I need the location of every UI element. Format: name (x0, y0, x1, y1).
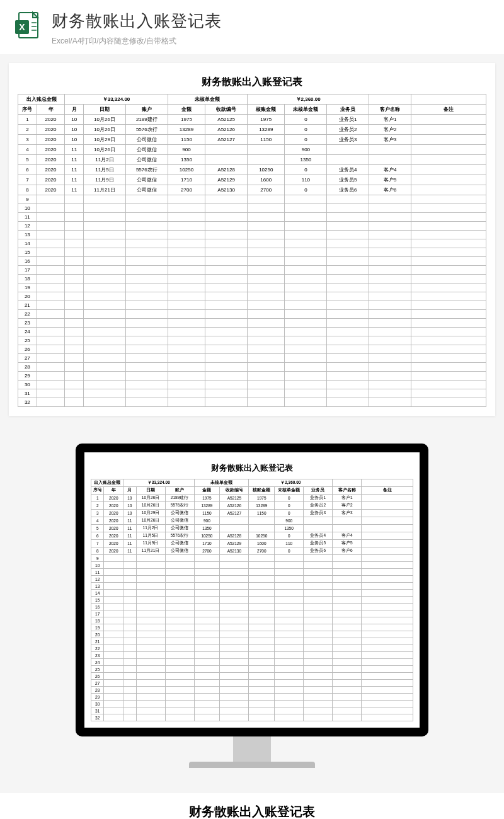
table-row-empty: 24 (91, 659, 413, 666)
cell-seq: 28 (18, 363, 37, 372)
page-title: 财务散账出入账登记表 (52, 10, 222, 32)
cell-cust (333, 525, 362, 532)
table-row-empty: 16 (18, 257, 486, 266)
table-row-empty: 15 (18, 248, 486, 257)
cell-vamt: 1600 (249, 540, 275, 547)
table-row-empty: 13 (91, 583, 413, 590)
cell-sales: 业务员1 (304, 495, 333, 502)
cell-acct: 公司微信 (125, 175, 168, 185)
cell-seq: 32 (91, 714, 104, 721)
cell-seq: 2 (18, 125, 37, 135)
cell-vamt (248, 155, 285, 165)
cell-date: 11月9日 (84, 175, 126, 185)
cell-code: A52128 (205, 165, 248, 175)
column-header: 序号 (18, 105, 37, 115)
cell-note (411, 185, 486, 195)
cell-seq: 1 (18, 115, 37, 125)
cell-year: 2020 (104, 547, 123, 555)
cell-seq: 21 (18, 301, 37, 310)
cell-amt: 1150 (168, 135, 205, 145)
table-row-empty: 21 (18, 301, 486, 310)
cell-acct: 公司微信 (165, 510, 194, 517)
cell-acct: 5576农行 (125, 125, 168, 135)
sheet-title: 财务散账出入账登记表 (18, 72, 486, 94)
column-header: 金额 (168, 105, 205, 115)
cell-month: 11 (123, 532, 136, 540)
cell-seq: 7 (91, 540, 104, 547)
cell-vamt: 1600 (248, 175, 285, 185)
cell-sales: 业务员6 (304, 547, 333, 555)
cell-year: 2020 (104, 525, 123, 532)
cell-seq: 11 (18, 213, 37, 222)
cell-seq: 5 (91, 525, 104, 532)
table-row: 220201010月26日5576农行13289A52126132890业务员2… (18, 125, 486, 135)
table-row-empty: 26 (18, 345, 486, 354)
cell-date: 10月26日 (136, 495, 165, 502)
cell-uamt: 0 (285, 115, 327, 125)
cell-seq: 3 (18, 135, 37, 145)
header-text-block: 财务散账出入账登记表 Excel/A4打印/内容随意修改/自带格式 (52, 10, 222, 47)
table-row-empty: 16 (91, 604, 413, 610)
cell-seq: 9 (18, 195, 37, 204)
cell-sales (304, 525, 333, 532)
table-row-empty: 19 (18, 284, 486, 292)
cell-note (411, 115, 486, 125)
table-row-empty: 29 (91, 694, 413, 701)
cell-note (362, 547, 413, 555)
summary-unverified-label: 未核单金额 (194, 479, 249, 487)
cell-cust: 客户2 (333, 502, 362, 510)
cell-acct: 公司微信 (125, 185, 168, 195)
cell-year: 2020 (37, 165, 65, 175)
table-row: 720201111月9日公司微信1710A521291600110业务员5客户5 (91, 540, 413, 547)
table-row-empty: 28 (18, 363, 486, 372)
cell-cust: 客户4 (333, 532, 362, 540)
cell-sales: 业务员2 (304, 502, 333, 510)
cell-date: 11月2日 (136, 525, 165, 532)
cell-code: A52130 (220, 547, 249, 555)
monitor-stand-neck (233, 736, 271, 762)
sheet-title-bottom: 财务散账出入账登记表 (9, 799, 495, 819)
cell-seq: 12 (91, 576, 104, 583)
cell-sales: 业务员5 (304, 540, 333, 547)
table-row-empty: 24 (18, 328, 486, 336)
column-header: 日期 (136, 487, 165, 495)
cell-year: 2020 (37, 125, 65, 135)
cell-vamt: 2700 (248, 185, 285, 195)
cell-code: A52129 (220, 540, 249, 547)
cell-date: 10月26日 (84, 125, 126, 135)
table-row-empty: 23 (18, 319, 486, 328)
cell-sales: 业务员4 (304, 532, 333, 540)
cell-vamt: 1150 (249, 510, 275, 517)
cell-uamt: 0 (275, 495, 304, 502)
cell-date: 11月2日 (84, 155, 126, 165)
cell-vamt (248, 145, 285, 155)
cell-note (411, 165, 486, 175)
cell-seq: 27 (91, 680, 104, 687)
cell-note (411, 135, 486, 145)
column-header: 日期 (84, 105, 126, 115)
cell-month: 11 (65, 145, 84, 155)
cell-code (205, 145, 248, 155)
cell-cust (369, 145, 411, 155)
column-header: 业务员 (304, 487, 333, 495)
table-row-empty: 22 (91, 645, 413, 652)
cell-uamt: 900 (275, 517, 304, 525)
cell-year: 2020 (37, 135, 65, 145)
cell-date: 11月5日 (136, 532, 165, 540)
cell-uamt: 110 (275, 540, 304, 547)
cell-sales (327, 145, 369, 155)
column-header: 未核单金额 (285, 105, 327, 115)
table-row: 820201111月21日公司微信2700A5213027000业务员6客户6 (18, 185, 486, 195)
cell-uamt: 1350 (285, 155, 327, 165)
cell-note (362, 540, 413, 547)
table-row-empty: 23 (91, 652, 413, 659)
cell-seq: 21 (91, 638, 104, 645)
cell-code: A52129 (205, 175, 248, 185)
table-row-empty: 10 (18, 204, 486, 213)
cell-month: 11 (65, 155, 84, 165)
cell-amt: 1975 (168, 115, 205, 125)
cell-code: A52130 (205, 185, 248, 195)
column-header: 备注 (362, 487, 413, 495)
cell-sales (304, 517, 333, 525)
cell-uamt: 0 (275, 547, 304, 555)
